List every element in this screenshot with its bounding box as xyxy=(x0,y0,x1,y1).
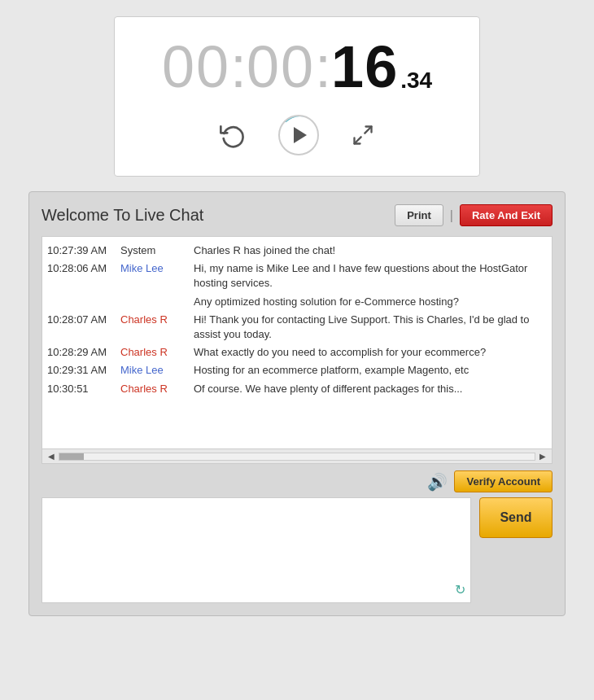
chat-messages-wrapper: 10:27:39 AMSystemCharles R has joined th… xyxy=(41,236,553,464)
timer-colon1: : xyxy=(230,33,247,100)
message-time: 10:29:31 AM xyxy=(47,363,120,378)
chat-container: Welcome To Live Chat Print | Rate And Ex… xyxy=(28,191,566,616)
timer-colon2: : xyxy=(315,33,331,100)
timer-seconds: 16 xyxy=(331,33,398,100)
horizontal-scrollbar[interactable]: ◀ ▶ xyxy=(42,448,552,463)
message-time: 10:30:51 xyxy=(47,382,120,396)
message-sender: Mike Lee xyxy=(120,261,194,276)
sound-icon: 🔊 xyxy=(427,472,448,492)
message-sender: Mike Lee xyxy=(120,363,194,378)
table-row: 10:30:51Charles ROf course. We have plen… xyxy=(47,382,547,396)
chat-messages[interactable]: 10:27:39 AMSystemCharles R has joined th… xyxy=(42,237,552,448)
timer-controls xyxy=(139,115,455,155)
message-time: 10:28:07 AM xyxy=(47,313,120,327)
message-sender: Charles R xyxy=(120,382,194,396)
table-row: 10:27:39 AMSystemCharles R has joined th… xyxy=(47,243,547,258)
timer-display: 00 : 00 : 16 .34 xyxy=(139,33,455,100)
timer-container: 00 : 00 : 16 .34 xyxy=(114,16,480,177)
expand-button[interactable] xyxy=(352,124,374,147)
message-text: Of course. We have plenty of different p… xyxy=(194,382,547,396)
message-text: Charles R has joined the chat! xyxy=(194,243,547,258)
reset-button[interactable] xyxy=(220,122,246,148)
scroll-left-arrow[interactable]: ◀ xyxy=(46,451,57,462)
message-sender: Charles R xyxy=(120,313,194,327)
verify-account-button[interactable]: Verify Account xyxy=(454,470,553,492)
chat-header: Welcome To Live Chat Print | Rate And Ex… xyxy=(41,204,553,226)
scroll-track[interactable] xyxy=(59,453,535,461)
table-row: 10:28:07 AMCharles RHi! Thank you for co… xyxy=(47,313,547,342)
send-button[interactable]: Send xyxy=(479,497,553,538)
svg-line-1 xyxy=(355,137,361,143)
verify-row: 🔊 Verify Account xyxy=(41,470,553,492)
table-row: 10:28:29 AMCharles RWhat exactly do you … xyxy=(47,345,547,360)
scroll-thumb xyxy=(59,453,84,460)
rate-exit-button[interactable]: Rate And Exit xyxy=(460,204,553,226)
message-text: What exactly do you need to accomplish f… xyxy=(194,345,547,360)
play-icon xyxy=(294,127,307,143)
separator: | xyxy=(450,208,453,223)
svg-line-0 xyxy=(365,127,371,133)
table-row: 10:28:06 AMMike LeeHi, my name is Mike L… xyxy=(47,261,547,291)
table-row: Any optimized hosting solution for e-Com… xyxy=(47,295,547,309)
message-text: Hosting for an ecommerce platform, examp… xyxy=(194,363,547,378)
timer-milliseconds: .34 xyxy=(400,68,432,100)
timer-hours: 00 xyxy=(162,33,230,100)
message-text: Any optimized hosting solution for e-Com… xyxy=(194,295,547,309)
message-time: 10:28:29 AM xyxy=(47,345,120,360)
play-button[interactable] xyxy=(278,115,319,155)
print-button[interactable]: Print xyxy=(395,204,443,226)
message-time: 10:27:39 AM xyxy=(47,243,120,258)
chat-title: Welcome To Live Chat xyxy=(41,206,203,225)
message-input[interactable] xyxy=(42,498,470,602)
expand-icon xyxy=(352,124,374,147)
message-time: 10:28:06 AM xyxy=(47,261,120,276)
refresh-icon[interactable]: ↻ xyxy=(455,582,465,597)
header-buttons: Print | Rate And Exit xyxy=(395,204,553,226)
message-input-wrapper: ↻ xyxy=(41,497,471,603)
reset-icon xyxy=(220,122,246,148)
scroll-right-arrow[interactable]: ▶ xyxy=(537,451,548,462)
timer-minutes: 00 xyxy=(247,33,315,100)
table-row: 10:29:31 AMMike LeeHosting for an ecomme… xyxy=(47,363,547,378)
message-text: Hi! Thank you for contacting Live Suppor… xyxy=(194,313,547,342)
message-sender: System xyxy=(120,243,194,258)
message-sender: Charles R xyxy=(120,345,194,360)
input-area: ↻ Send xyxy=(41,497,553,603)
message-text: Hi, my name is Mike Lee and I have few q… xyxy=(194,261,547,291)
